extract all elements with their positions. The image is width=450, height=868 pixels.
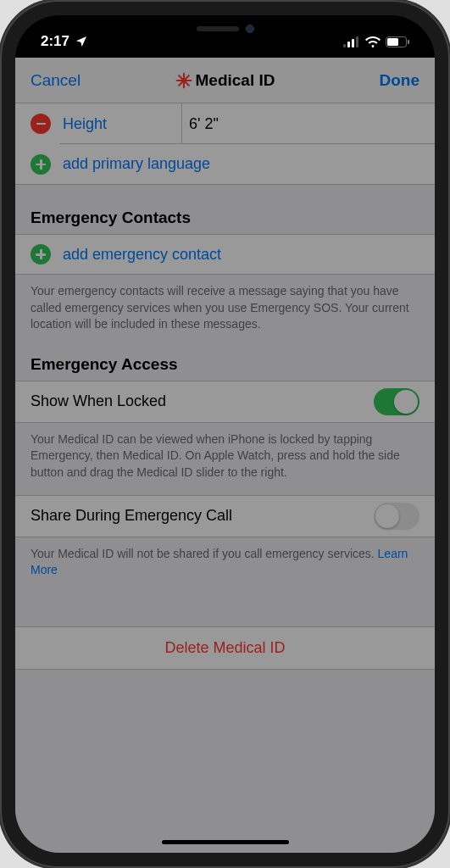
nav-bar: Cancel Medical ID Done [15, 58, 435, 103]
delete-medical-id-button[interactable]: Delete Medical ID [15, 627, 435, 669]
wifi-icon [365, 36, 381, 47]
svg-rect-5 [387, 38, 398, 46]
show-when-locked-label: Show When Locked [31, 392, 166, 410]
delete-row: Delete Medical ID [15, 626, 435, 670]
page-title-text: Medical ID [196, 71, 275, 90]
add-language-label: add primary language [63, 155, 210, 173]
home-indicator[interactable] [162, 840, 289, 844]
svg-rect-0 [343, 44, 346, 47]
share-during-call-footer: Your Medical ID will not be shared if yo… [15, 537, 435, 593]
cellular-icon [343, 36, 360, 47]
emergency-access-header: Emergency Access [15, 347, 435, 381]
add-icon[interactable] [31, 154, 51, 175]
screen: 2:17 Cancel Medical ID Done [15, 15, 435, 853]
cancel-button[interactable]: Cancel [31, 71, 81, 90]
page-title: Medical ID [175, 71, 275, 90]
height-label: Height [63, 115, 181, 133]
share-during-call-toggle[interactable] [374, 503, 419, 530]
status-time: 2:17 [41, 33, 69, 50]
svg-rect-6 [408, 40, 409, 44]
remove-icon[interactable] [31, 114, 51, 134]
show-when-locked-toggle[interactable] [374, 388, 419, 415]
share-during-call-label: Share During Emergency Call [31, 507, 232, 525]
svg-rect-1 [347, 42, 350, 47]
add-emergency-contact-row[interactable]: add emergency contact [15, 234, 435, 275]
emergency-contacts-header: Emergency Contacts [15, 185, 435, 234]
notch [149, 15, 302, 42]
battery-icon [386, 36, 409, 47]
done-button[interactable]: Done [380, 71, 420, 90]
share-during-call-row: Share During Emergency Call [15, 495, 435, 537]
emergency-contacts-footer: Your emergency contacts will receive a m… [15, 275, 435, 347]
content: Cancel Medical ID Done Height 6' 2" add … [15, 58, 435, 853]
phone-frame: 2:17 Cancel Medical ID Done [0, 0, 450, 868]
svg-rect-2 [352, 39, 354, 47]
height-value[interactable]: 6' 2" [181, 103, 419, 144]
medical-id-icon [175, 72, 192, 89]
add-icon[interactable] [31, 244, 51, 264]
show-when-locked-row: Show When Locked [15, 381, 435, 423]
add-language-row[interactable]: add primary language [15, 144, 435, 185]
add-emergency-contact-label: add emergency contact [63, 246, 221, 264]
height-row[interactable]: Height 6' 2" [15, 103, 435, 144]
location-icon [75, 35, 88, 48]
show-when-locked-footer: Your Medical ID can be viewed when iPhon… [15, 423, 435, 495]
svg-rect-3 [356, 36, 358, 47]
share-footer-text: Your Medical ID will not be shared if yo… [31, 547, 378, 560]
